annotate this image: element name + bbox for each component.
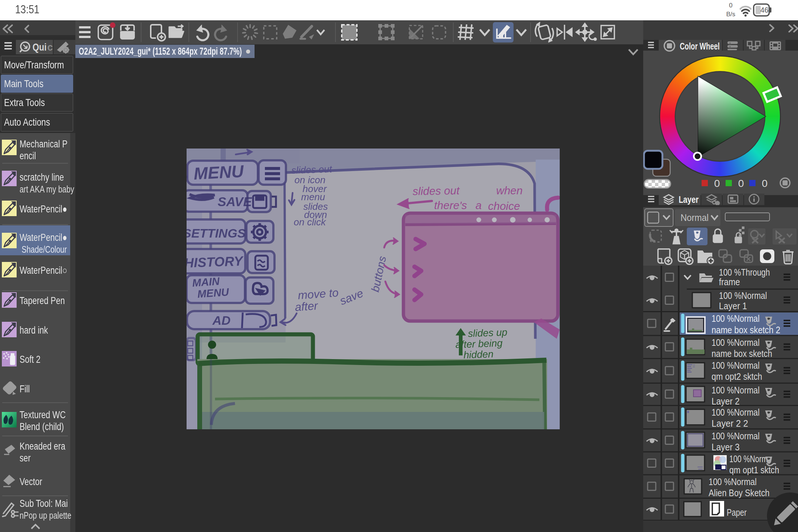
svg-text:100 %Normal: 100 %Normal bbox=[719, 290, 767, 301]
svg-text:100 %Normal: 100 %Normal bbox=[712, 337, 760, 348]
svg-text:100 %Norm: 100 %Norm bbox=[729, 453, 768, 464]
svg-text:100 %Normal: 100 %Normal bbox=[712, 385, 760, 396]
svg-text:100 %Normal: 100 %Normal bbox=[712, 407, 760, 418]
svg-text:100 %Normal: 100 %Normal bbox=[712, 360, 760, 371]
svg-text:qm opt2 sktch: qm opt2 sktch bbox=[712, 371, 762, 382]
svg-text:Layer: Layer bbox=[679, 194, 699, 205]
svg-text:100 %Normal: 100 %Normal bbox=[712, 313, 760, 324]
svg-text:0: 0 bbox=[738, 178, 744, 189]
svg-text:0: 0 bbox=[714, 178, 720, 189]
svg-text:Paper: Paper bbox=[727, 507, 747, 518]
svg-text:Layer 1: Layer 1 bbox=[719, 300, 747, 311]
svg-text:Alien Boy Sketch: Alien Boy Sketch bbox=[709, 487, 770, 498]
svg-text:100 %Normal: 100 %Normal bbox=[709, 476, 757, 487]
svg-text:Layer 2: Layer 2 bbox=[712, 396, 740, 407]
svg-text:46: 46 bbox=[760, 6, 768, 14]
svg-text:0: 0 bbox=[762, 178, 768, 189]
svg-text:Layer 2 2: Layer 2 2 bbox=[712, 418, 748, 429]
svg-text:qm opt1 sktch: qm opt1 sktch bbox=[729, 464, 779, 475]
svg-text:Layer 3: Layer 3 bbox=[712, 441, 740, 453]
svg-text:Color Wheel: Color Wheel bbox=[680, 41, 720, 51]
svg-text:Qui: Qui bbox=[33, 42, 47, 53]
svg-text:frame: frame bbox=[719, 276, 740, 287]
svg-text:100 %Normal: 100 %Normal bbox=[712, 430, 760, 441]
svg-text:name box sketch: name box sketch bbox=[712, 348, 772, 359]
svg-text:c: c bbox=[47, 42, 53, 53]
svg-text:Normal: Normal bbox=[681, 212, 709, 223]
